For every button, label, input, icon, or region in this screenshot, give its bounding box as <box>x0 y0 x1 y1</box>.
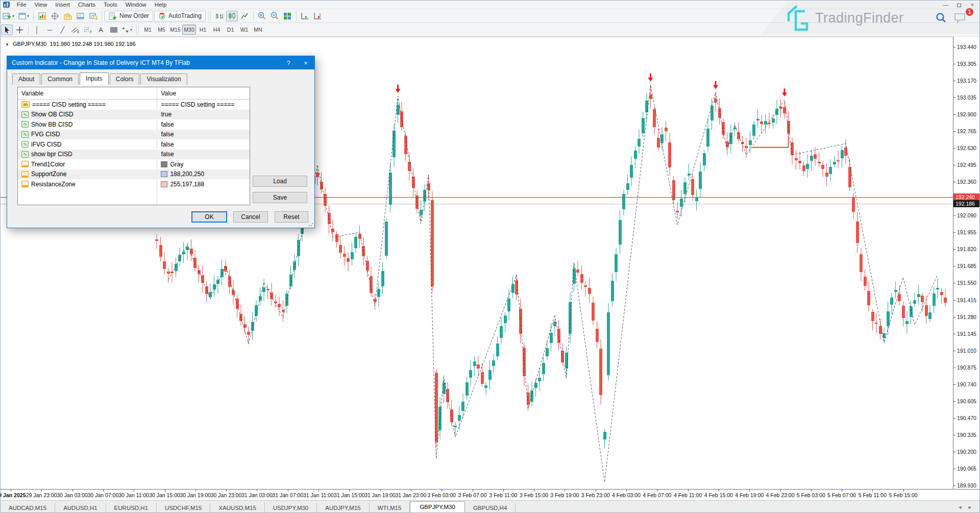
auto-scroll-button[interactable] <box>299 11 311 21</box>
chart-tab-gbpjpy-m30[interactable]: GBPJPY,M30 <box>410 501 464 513</box>
menu-item-insert[interactable]: Insert <box>51 1 74 8</box>
value-cell[interactable]: true <box>157 111 250 118</box>
chart-tab-usdchf-m15[interactable]: USDCHF,M15 <box>157 503 210 513</box>
menu-item-file[interactable]: File <box>13 1 31 8</box>
search-icon[interactable] <box>936 12 947 23</box>
price-axis[interactable]: 193.440193.305193.170193.035192.900192.7… <box>953 37 980 489</box>
value-cell[interactable]: 255,197,188 <box>157 181 250 188</box>
line-chart-icon <box>241 12 249 20</box>
data-window-button[interactable] <box>49 11 61 21</box>
trendline-button[interactable]: ╱ <box>57 25 68 35</box>
chart-tab-xauusd-m15[interactable]: XAUUSD,M15 <box>210 503 265 513</box>
menu-item-view[interactable]: View <box>31 1 52 8</box>
cursor-button[interactable] <box>1 25 13 35</box>
chart-tab-audusd-h1[interactable]: AUDUSD,H1 <box>55 503 106 513</box>
table-row[interactable]: SupportZone188,200,250 <box>18 169 250 180</box>
chart-tab-gbpusd-h4[interactable]: GBPUSD,H4 <box>465 503 516 513</box>
menu-item-tools[interactable]: Tools <box>100 1 121 8</box>
terminal-button[interactable] <box>75 11 86 21</box>
timeframe-mn[interactable]: MN <box>251 25 265 35</box>
table-row[interactable]: ResistanceZone255,197,188 <box>18 179 250 189</box>
value-cell[interactable]: false <box>157 141 250 148</box>
timeframe-m1[interactable]: M1 <box>141 25 155 35</box>
value-text: true <box>161 111 172 118</box>
chart-shift-button[interactable] <box>312 11 324 21</box>
text-button[interactable]: A <box>95 25 107 35</box>
crosshair-button[interactable] <box>14 25 26 35</box>
save-button[interactable]: Save <box>253 192 307 203</box>
dialog-tab-common[interactable]: Common <box>41 74 79 85</box>
zoom-out-button[interactable] <box>269 11 281 21</box>
timeframe-m15[interactable]: M15 <box>168 25 182 35</box>
table-row[interactable]: Trend1ColorGray <box>18 159 250 169</box>
autotrading-button[interactable]: AutoTrading <box>154 11 206 21</box>
tab-scroll-right-icon[interactable]: ▸ <box>968 504 971 510</box>
tab-scroll-left-icon[interactable]: ◂ <box>959 504 962 510</box>
chevron-down-icon: ▾ <box>12 14 14 18</box>
value-cell[interactable]: false <box>157 131 250 138</box>
timeframe-h4[interactable]: H4 <box>210 25 224 35</box>
table-row[interactable]: ab===== CISD setting ========== CISD set… <box>18 100 250 110</box>
dialog-tab-visualization[interactable]: Visualization <box>140 74 187 85</box>
time-tick <box>72 490 73 492</box>
chat-icon[interactable] <box>954 12 966 23</box>
timeframe-h1[interactable]: H1 <box>196 25 210 35</box>
menu-item-charts[interactable]: Charts <box>74 1 100 8</box>
time-label: 3 Feb 23:00 <box>581 492 610 498</box>
time-axis[interactable]: 29 Jan 202529 Jan 23:0030 Jan 03:0030 Ja… <box>1 489 980 500</box>
dialog-help-button[interactable]: ? <box>280 59 297 67</box>
line-chart-button[interactable] <box>239 11 251 21</box>
profiles-button[interactable]: ▾ <box>17 11 31 21</box>
chart-tab-wti-m15[interactable]: WTI,M15 <box>370 503 410 513</box>
timeframe-m5[interactable]: M5 <box>155 25 168 35</box>
horizontal-line-button[interactable]: ─ <box>44 25 56 35</box>
navigator-button[interactable] <box>62 11 74 21</box>
tile-windows-button[interactable] <box>282 11 293 21</box>
timeframe-m30[interactable]: M30 <box>182 25 196 35</box>
price-label: 192.630 <box>957 145 976 151</box>
timeframe-d1[interactable]: D1 <box>224 25 237 35</box>
dialog-tab-inputs[interactable]: Inputs <box>80 72 109 85</box>
menu-item-window[interactable]: Window <box>121 1 151 8</box>
reset-button[interactable]: Reset <box>275 211 308 223</box>
strategy-tester-button[interactable] <box>87 11 99 21</box>
chart-tab-audjpy-m15[interactable]: AUDJPY,M15 <box>317 503 369 513</box>
dialog-close-button[interactable]: × <box>297 59 314 67</box>
menu-item-help[interactable]: Help <box>151 1 171 8</box>
chart-tab-eurusd-h1[interactable]: EURUSD,H1 <box>106 503 157 513</box>
value-cell[interactable]: ===== CISD setting ===== <box>157 101 250 108</box>
dialog-resize-grip[interactable] <box>308 222 313 227</box>
equidistant-channel-button[interactable]: E <box>69 25 81 35</box>
value-cell[interactable]: false <box>157 121 250 128</box>
table-row[interactable]: ∿iFVG CISDfalse <box>18 139 250 150</box>
table-row[interactable]: ∿Show OB CISDtrue <box>18 110 250 120</box>
timeframe-w1[interactable]: W1 <box>237 25 251 35</box>
fibonacci-button[interactable]: F <box>82 25 94 35</box>
new-chart-button[interactable]: ▾ <box>1 11 16 21</box>
dialog-tab-colors[interactable]: Colors <box>110 74 140 85</box>
zoom-in-button[interactable] <box>256 11 268 21</box>
arrows-tool-button[interactable]: ▾ <box>120 25 134 35</box>
chart-collapse-icon[interactable]: ▼ <box>5 42 9 47</box>
candlestick-chart-button[interactable] <box>226 11 238 21</box>
table-row[interactable]: ∿Show BB CISDfalse <box>18 119 250 130</box>
cancel-button[interactable]: Cancel <box>233 211 268 223</box>
dialog-title-bar[interactable]: Custom Indicator - Change In State of De… <box>7 56 314 69</box>
value-cell[interactable]: 188,200,250 <box>157 170 250 178</box>
table-row[interactable]: ∿show bpr CISDfalse <box>18 150 250 160</box>
market-watch-button[interactable] <box>36 11 48 21</box>
price-label: 192.495 <box>957 162 976 168</box>
chart-tab-usdjpy-m30[interactable]: USDJPY,M30 <box>265 503 317 513</box>
time-tick <box>872 490 873 492</box>
label-button[interactable] <box>108 25 119 35</box>
value-cell[interactable]: Gray <box>157 161 250 168</box>
chart-tab-audcad-m15[interactable]: AUDCAD,M15 <box>1 503 55 513</box>
ok-button[interactable]: OK <box>191 211 227 223</box>
bar-chart-button[interactable] <box>213 11 225 21</box>
new-order-button[interactable]: New Order <box>105 11 153 21</box>
table-row[interactable]: ∿FVG CISDfalse <box>18 130 250 140</box>
dialog-tab-about[interactable]: About <box>12 74 40 85</box>
load-button[interactable]: Load <box>253 176 307 187</box>
vertical-line-button[interactable]: │ <box>31 25 43 35</box>
value-cell[interactable]: false <box>157 151 250 158</box>
